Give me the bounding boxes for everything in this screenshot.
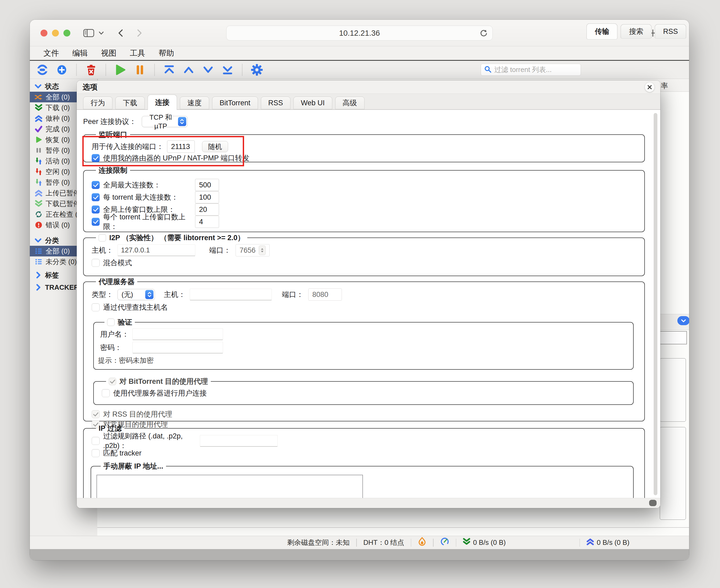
options-gear-icon[interactable] [251,64,263,76]
username-row: 用户名： [100,328,628,341]
manual-ban-fieldset: 手动屏蔽 IP 地址... [91,461,634,498]
torrent-filter-input[interactable]: 过滤 torrent 列表... [481,64,581,76]
proxy-host-label: 主机： [164,290,186,299]
toolbar-separator [76,64,77,76]
collapse-panel-button[interactable] [677,316,689,325]
auth-checkbox[interactable] [107,318,114,326]
i2p-host-label: 主机： [92,246,114,255]
close-icon[interactable] [645,82,654,92]
view-button-search[interactable]: 搜索 [621,24,652,39]
address-bar[interactable]: 10.12.21.36 [226,26,493,41]
move-down-icon[interactable] [202,64,214,76]
i2p-host-input[interactable]: 127.0.0.1 [118,245,195,256]
status-bar: 剩余磁盘空间：未知 DHT：0 结点 0 B/s (0 B) 0 B/s (0 … [30,536,689,549]
chevron-right-icon [34,284,43,291]
toolbar-separator [106,64,106,76]
tab-connection[interactable]: 连接 [148,94,177,110]
sidebar-toggle-icon[interactable] [83,28,94,38]
peer-connections-checkbox[interactable] [102,389,110,397]
i2p-port-label: 端口： [209,246,232,255]
limit-checkbox[interactable] [92,181,100,189]
menu-edit[interactable]: 编辑 [66,48,94,59]
username-input[interactable] [132,329,223,340]
move-top-icon[interactable] [163,64,175,76]
filter-path-input[interactable] [200,435,278,447]
limit-value-input[interactable]: 20 [195,203,219,216]
i2p-fieldset: I2P （实验性） （需要 libtorrent >= 2.0） 主机： 127… [83,233,645,276]
menu-view[interactable]: 视图 [94,48,123,59]
upnp-label: 使用我的路由器的 UPnP / NAT-PMP 端口转发 [103,153,249,163]
filter-path-checkbox[interactable] [92,437,100,445]
banned-ips-textarea[interactable] [97,475,363,498]
mixed-mode-checkbox[interactable] [92,259,100,267]
upnp-checkbox[interactable] [92,154,100,162]
rss-proxy-checkbox[interactable] [92,410,100,418]
tab-downloads[interactable]: 下载 [115,97,145,109]
speed-gauge-icon[interactable] [440,537,449,548]
bittorrent-proxy-checkbox[interactable] [109,378,116,385]
peer-protocol-select[interactable]: TCP 和 µTP [142,116,188,127]
dialog-header[interactable]: 选项 [77,81,660,94]
add-torrent-link-icon[interactable] [36,64,48,76]
view-button-transfers[interactable]: 传输 [587,23,617,39]
chevron-down-icon [34,84,43,89]
shuffle-icon [34,93,43,101]
forward-button[interactable] [137,29,142,37]
password-input[interactable] [132,342,223,353]
port-stepper-icon[interactable] [259,246,266,255]
double-chevron-down-icon [34,104,43,111]
tab-speed[interactable]: 速度 [180,97,209,109]
move-up-icon[interactable] [183,64,195,76]
dialog-scroll-thumb[interactable] [649,500,657,506]
back-button[interactable] [118,29,123,37]
limit-value-input[interactable]: 500 [195,179,219,191]
close-window-button[interactable] [41,29,47,37]
tab-advanced[interactable]: 高级 [335,97,364,109]
i2p-port-input[interactable]: 7656 [236,244,270,256]
proxy-type-select[interactable]: (无) [118,289,155,300]
limit-checkbox[interactable] [92,218,100,226]
alt-speed-flame-icon[interactable] [418,537,426,548]
connection-limits-fieldset: 连接限制 全局最大连接数： 500 每 torrent 最大连接数： 100 全… [83,166,645,232]
zoom-window-button[interactable] [63,29,70,37]
pause-icon[interactable] [134,64,146,76]
select-stepper-icon [178,117,186,126]
category-list-icon [34,258,43,266]
download-speed: 0 B/s (0 B) [463,538,506,547]
limit-value-input[interactable]: 4 [195,216,219,228]
view-switcher: 传输 搜索 RSS [587,24,686,39]
tab-webui[interactable]: Web UI [293,97,332,109]
i2p-checkbox[interactable] [99,234,106,241]
menu-help[interactable]: 帮助 [152,48,181,59]
random-port-button[interactable]: 随机 [202,141,228,152]
move-bottom-icon[interactable] [221,64,234,76]
minimize-window-button[interactable] [52,29,59,37]
incoming-port-label: 用于传入连接的端口： [92,142,164,151]
upload-speed: 0 B/s (0 B) [587,538,629,547]
incoming-port-input[interactable]: 21113 [167,141,195,153]
apply-trackers-checkbox[interactable] [92,449,100,457]
view-button-rss[interactable]: RSS [655,24,686,39]
menu-tools[interactable]: 工具 [123,48,152,59]
proxy-host-input[interactable] [190,289,272,300]
delete-torrent-icon[interactable] [85,64,97,76]
bittorrent-proxy-legend: 对 BitTorrent 目的使用代理 [119,377,208,386]
add-torrent-file-icon[interactable] [56,64,68,76]
limit-value-input[interactable]: 100 [195,191,219,203]
resume-icon[interactable] [114,64,127,76]
limit-checkbox[interactable] [92,206,100,213]
reload-icon[interactable] [480,29,488,38]
peer-connections-label: 使用代理服务器进行用户连接 [113,388,207,398]
menu-file[interactable]: 文件 [37,48,66,59]
tab-behavior[interactable]: 行为 [83,97,112,109]
dialog-scrollbar[interactable] [654,113,657,495]
select-stepper-icon [145,290,153,299]
sidebar-chevron-icon[interactable] [99,31,104,35]
status-separator [356,539,357,547]
limit-checkbox[interactable] [92,193,100,201]
dialog-title: 选项 [83,82,98,92]
hostname-lookup-checkbox[interactable] [92,303,100,311]
proxy-port-input[interactable]: 8080 [308,288,342,301]
tab-rss[interactable]: RSS [261,97,291,109]
tab-bittorrent[interactable]: BitTorrent [212,97,258,109]
